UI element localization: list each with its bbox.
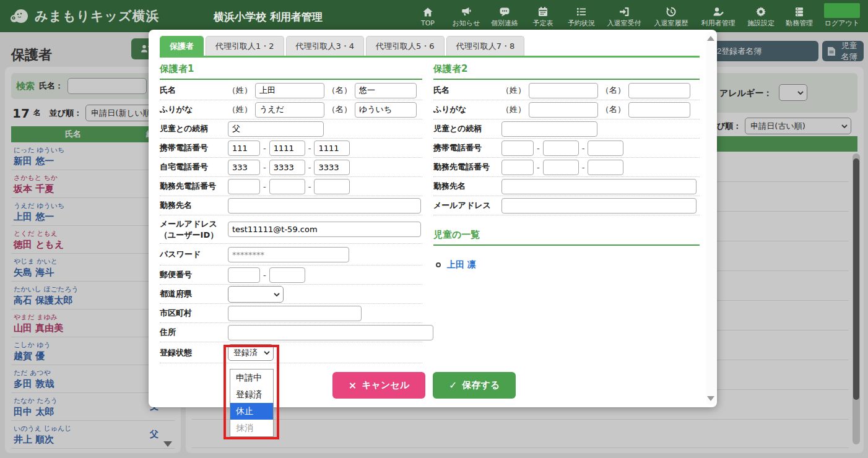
guardian1-prefecture-select[interactable] <box>228 286 284 303</box>
guardian1-city-input[interactable] <box>228 306 362 321</box>
search-label: 検索 <box>16 80 35 92</box>
guardian2-relation-input[interactable] <box>501 121 597 137</box>
nav-item-messages[interactable]: 個別連絡 <box>485 4 524 28</box>
megaphone-icon <box>460 4 472 18</box>
guardian1-status-select[interactable]: 登録済 <box>228 344 274 361</box>
bullet-icon <box>436 262 441 267</box>
guardian1-mei-input[interactable] <box>355 83 417 98</box>
guardian1-address-input[interactable] <box>228 325 433 340</box>
guardian-row[interactable]: いのうえ じゅんじ井上 順次 父 <box>11 421 175 449</box>
tab-proxy-5-6[interactable]: 代理引取人5・6 <box>366 36 445 56</box>
guardian2-worktel3-input[interactable] <box>588 160 623 175</box>
guardian1-kana-sei-input[interactable] <box>255 102 324 118</box>
field-row-prefecture: 都道府県 <box>160 285 422 304</box>
sort-label: 並び順： <box>50 108 82 119</box>
scroll-up-icon[interactable] <box>707 36 714 41</box>
guardian2-mei-input[interactable] <box>628 83 690 98</box>
nav-label: 予定表 <box>533 19 553 28</box>
status-option-deleted[interactable]: 抹消 <box>230 420 273 436</box>
nav-label: 施設設定 <box>747 19 775 28</box>
status-select-value: 登録済 <box>233 347 258 358</box>
guardian1-home3-input[interactable] <box>314 160 350 175</box>
guardian2-worktel2-input[interactable] <box>543 160 579 175</box>
guardian1-home2-input[interactable] <box>269 160 305 175</box>
child-list-item: 上田 凛 <box>433 259 700 270</box>
nav-item-top[interactable]: TOP <box>409 5 447 27</box>
field-row-email: メールアドレス （ユーザーID） <box>160 215 422 244</box>
guardian1-email-input[interactable] <box>228 222 421 237</box>
cancel-button[interactable]: × キャンセル <box>332 372 425 399</box>
tab-proxy-1-2[interactable]: 代理引取人1・2 <box>206 36 284 56</box>
guardian1-mobile1-input[interactable] <box>228 140 260 156</box>
email-label: メールアドレス （ユーザーID） <box>160 218 228 240</box>
status-option-pending[interactable]: 申請中 <box>230 369 273 386</box>
status-option-suspended[interactable]: 休止 <box>230 403 273 420</box>
guardian1-workplace-input[interactable] <box>228 198 421 214</box>
guardian1-zip1-input[interactable] <box>228 267 260 283</box>
children-sort-select[interactable]: 申請日(古い順) <box>745 118 851 134</box>
field-row-name: 氏名 （姓） （名） <box>433 81 700 100</box>
save-label: 保存する <box>462 379 500 391</box>
nav-item-checkin[interactable]: 入退室受付 <box>601 4 648 28</box>
guardian1-worktel3-input[interactable] <box>314 179 350 194</box>
nav-item-reservations[interactable]: 予約状況 <box>562 4 601 28</box>
dash: - <box>582 144 585 153</box>
dialog-scrollbar[interactable] <box>706 32 716 405</box>
guardian2-workplace-input[interactable] <box>501 179 697 194</box>
guardian2-kana-mei-input[interactable] <box>628 102 690 118</box>
nav-item-user-management[interactable]: 利用者管理 <box>695 4 742 28</box>
home-icon <box>422 5 434 19</box>
guardian2-mobile3-input[interactable] <box>588 140 623 156</box>
nav-item-news[interactable]: お知らせ <box>447 4 485 28</box>
guardian2-worktel1-input[interactable] <box>501 160 534 175</box>
tab-proxy-3-4[interactable]: 代理引取人3・4 <box>286 36 365 56</box>
guardian-name: 井上 順次 <box>14 434 135 446</box>
guardian-kana: ただ あつや <box>14 368 135 378</box>
nav-menu: TOP お知らせ 個別連絡 予定表 予約状況 <box>409 0 866 32</box>
field-row-home-tel: 自宅電話番号 - - <box>160 158 422 177</box>
guardian1-worktel1-input[interactable] <box>228 179 260 194</box>
scroll-down-icon[interactable] <box>163 441 172 447</box>
guardian2-mobile1-input[interactable] <box>501 140 534 156</box>
kana-label: ふりがな <box>160 104 228 115</box>
guardian1-mobile3-input[interactable] <box>314 140 350 156</box>
history-icon <box>665 4 677 18</box>
children-roster-button[interactable]: 児童名簿 <box>822 41 864 61</box>
field-row-workplace: 勤務先名 <box>433 177 700 196</box>
guardian1-zip2-input[interactable] <box>269 267 305 283</box>
save-button[interactable]: ✓ 保存する <box>433 372 516 399</box>
scroll-down-icon[interactable] <box>707 396 714 401</box>
check-icon: ✓ <box>449 379 457 391</box>
tab-proxy-7-8[interactable]: 代理引取人7・8 <box>446 36 525 56</box>
children-table-scrollbar[interactable] <box>853 153 860 444</box>
guardian1-password-input[interactable] <box>228 247 349 262</box>
status-option-registered[interactable]: 登録済 <box>230 386 273 403</box>
guardian1-worktel2-input[interactable] <box>269 179 305 194</box>
nav-label: 勤務管理 <box>786 19 813 28</box>
nav-item-schedule[interactable]: 予定表 <box>524 4 562 28</box>
search-name-input[interactable] <box>67 78 147 94</box>
children-list-title: 児童の一覧 <box>433 229 700 246</box>
guardian-name: 新田 悠一 <box>14 155 135 167</box>
child-link[interactable]: 上田 凛 <box>447 259 476 270</box>
guardian1-relation-input[interactable] <box>228 121 324 137</box>
nav-item-history[interactable]: 入退室履歴 <box>648 4 695 28</box>
user-edit-icon <box>712 4 724 18</box>
sei-label: （姓） <box>228 85 252 96</box>
guardian2-sei-input[interactable] <box>529 83 598 98</box>
allergy-select[interactable] <box>779 84 807 101</box>
guardian2-mobile2-input[interactable] <box>543 140 579 156</box>
guardian1-sei-input[interactable] <box>255 83 324 98</box>
nav-item-logout[interactable]: ログアウト <box>818 4 866 28</box>
guardian2-email-input[interactable] <box>501 198 697 214</box>
guardian1-mobile2-input[interactable] <box>269 140 305 156</box>
guardian2-kana-sei-input[interactable] <box>529 102 598 118</box>
guardian1-kana-mei-input[interactable] <box>355 102 417 118</box>
nav-item-work-management[interactable]: 勤務管理 <box>780 4 818 28</box>
tab-guardian[interactable]: 保護者 <box>160 36 204 56</box>
nav-item-facility-settings[interactable]: 施設設定 <box>742 4 780 28</box>
nav-label: 入退室受付 <box>607 19 641 28</box>
allergy-filter-label: アレルギー： <box>719 88 772 99</box>
app-logo[interactable]: みまもりキッズ横浜 <box>0 7 204 25</box>
guardian1-home1-input[interactable] <box>228 160 260 175</box>
